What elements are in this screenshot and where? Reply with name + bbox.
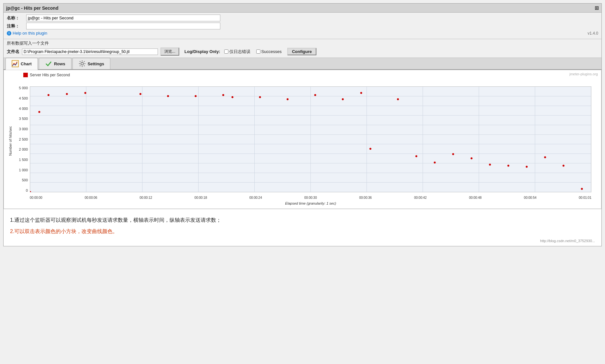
svg-point-1 — [81, 62, 83, 65]
x-tick-5: 00:00:30 — [304, 196, 317, 199]
x-axis-label-container: Elapsed time (granularity: 1 sec) — [30, 200, 591, 206]
x-tick-7: 00:00:42 — [414, 196, 427, 199]
main-window: jp@gc - Hits per Second ⊞ 名称： 注释： i Help… — [3, 3, 602, 246]
data-point — [66, 93, 68, 95]
comment-input[interactable] — [26, 23, 220, 29]
help-row: i Help on this plugin v1.4.0 — [7, 31, 598, 36]
tab-chart[interactable]: Chart — [6, 58, 38, 70]
rows-tab-label: Rows — [54, 61, 65, 66]
file-section: 所有数据写入一个文件 文件名 浏览... Log/Display Only: 仅… — [4, 39, 601, 58]
data-point — [434, 162, 436, 164]
data-point — [369, 148, 371, 150]
file-path-input[interactable] — [22, 48, 158, 55]
data-point — [287, 98, 289, 100]
maximize-icon[interactable]: ⊞ — [595, 5, 599, 11]
y-tick-3000: 3 000 — [19, 127, 28, 131]
chart-container: Server Hits per Second jmeter-plugins.or… — [4, 70, 601, 209]
configure-button[interactable]: Configure — [287, 48, 316, 55]
comment-row: 注释： — [7, 23, 598, 29]
data-point — [581, 188, 583, 190]
chart-svg — [30, 87, 591, 192]
legend-color-swatch[interactable] — [23, 73, 28, 77]
successes-checkbox[interactable] — [256, 49, 260, 54]
data-point — [342, 98, 344, 100]
name-row: 名称： — [7, 15, 598, 21]
y-tick-4000: 4 000 — [19, 107, 28, 111]
y-tick-3500: 3 500 — [19, 117, 28, 121]
settings-tab-icon — [79, 60, 86, 67]
data-point — [452, 153, 454, 155]
legend-label: Server Hits per Second — [30, 73, 70, 77]
data-point — [415, 155, 417, 157]
y-tick-0: 0 — [26, 189, 28, 192]
y-tick-4500: 4 500 — [19, 97, 28, 100]
description-line2: 2.可以双击表示颜色的小方块，改变曲线颜色。 — [10, 227, 595, 236]
x-tick-1: 00:00:06 — [85, 196, 97, 199]
data-point — [222, 94, 224, 96]
chart-plot-area — [30, 86, 591, 192]
x-tick-2: 00:00:12 — [139, 196, 152, 199]
svg-rect-0 — [12, 60, 18, 67]
log-errors-checkbox-label[interactable]: 仅日志错误 — [224, 49, 250, 55]
data-point — [139, 93, 141, 95]
version-label: v1.4.0 — [588, 31, 598, 36]
y-tick-500: 500 — [22, 178, 28, 182]
description-area: 1.通过这个监听器可以观察测试机每秒发送请求数量，横轴表示时间，纵轴表示发送请求… — [4, 209, 601, 246]
title-bar: jp@gc - Hits per Second ⊞ — [4, 4, 601, 13]
data-point — [314, 94, 316, 96]
rows-tab-icon — [45, 60, 52, 67]
data-point — [84, 92, 86, 94]
data-point — [397, 98, 399, 100]
data-point — [507, 165, 509, 167]
watermark: jmeter-plugins.org — [569, 72, 598, 76]
x-tick-0: 00:00:00 — [30, 196, 42, 199]
successes-checkbox-label[interactable]: Successes — [256, 49, 282, 54]
y-tick-2500: 2 500 — [19, 138, 28, 141]
data-point — [470, 157, 472, 159]
x-tick-3: 00:00:18 — [194, 196, 207, 199]
log-errors-checkbox[interactable] — [224, 49, 228, 54]
x-tick-9: 00:00:54 — [524, 196, 536, 199]
name-input[interactable] — [26, 15, 220, 21]
file-label: 文件名 — [7, 49, 19, 55]
chart-tab-icon — [12, 60, 19, 67]
data-point — [526, 166, 528, 168]
chart-legend: Server Hits per Second — [4, 70, 601, 80]
y-axis-label: Number of hits/sec — [8, 126, 12, 156]
data-point — [38, 111, 40, 113]
chart-tab-label: Chart — [21, 61, 32, 66]
data-point — [360, 92, 362, 94]
info-icon: i — [7, 31, 11, 36]
tabs-bar: Chart Rows Settings — [4, 58, 601, 70]
y-tick-5000: 5 000 — [19, 86, 28, 90]
form-area: 名称： 注释： i Help on this plugin v1.4.0 — [4, 13, 601, 39]
file-section-title: 所有数据写入一个文件 — [7, 40, 598, 46]
data-point — [48, 94, 50, 96]
data-point — [544, 156, 546, 158]
browse-button[interactable]: 浏览... — [160, 48, 179, 56]
y-tick-1500: 1 500 — [19, 158, 28, 162]
x-tick-10: 00:01:01 — [579, 196, 591, 199]
data-point — [259, 96, 261, 98]
data-point — [30, 191, 31, 192]
settings-tab-label: Settings — [88, 61, 104, 66]
data-point — [167, 95, 169, 97]
y-axis-label-container: Number of hits/sec — [7, 90, 14, 192]
data-point — [489, 164, 491, 166]
tab-settings[interactable]: Settings — [72, 58, 110, 69]
comment-label: 注释： — [7, 23, 26, 29]
help-link[interactable]: i Help on this plugin — [7, 31, 47, 36]
data-point — [231, 96, 233, 98]
help-link-text: Help on this plugin — [13, 31, 47, 36]
x-tick-8: 00:00:48 — [469, 196, 482, 199]
x-tick-6: 00:00:36 — [359, 196, 372, 199]
log-display-label: Log/Display Only: — [184, 49, 220, 54]
y-tick-2000: 2 000 — [19, 148, 28, 151]
data-point — [195, 95, 197, 97]
window-title: jp@gc - Hits per Second — [6, 5, 58, 11]
x-axis-label: Elapsed time (granularity: 1 sec) — [285, 201, 336, 205]
file-row: 文件名 浏览... Log/Display Only: 仅日志错误 Succes… — [7, 48, 598, 56]
x-axis-ticks: 00:00:00 00:00:06 00:00:12 00:00:18 00:0… — [30, 196, 591, 199]
footer-url: http://blog.csdn.net/m0_3752930... — [10, 239, 595, 243]
tab-rows[interactable]: Rows — [39, 58, 72, 69]
